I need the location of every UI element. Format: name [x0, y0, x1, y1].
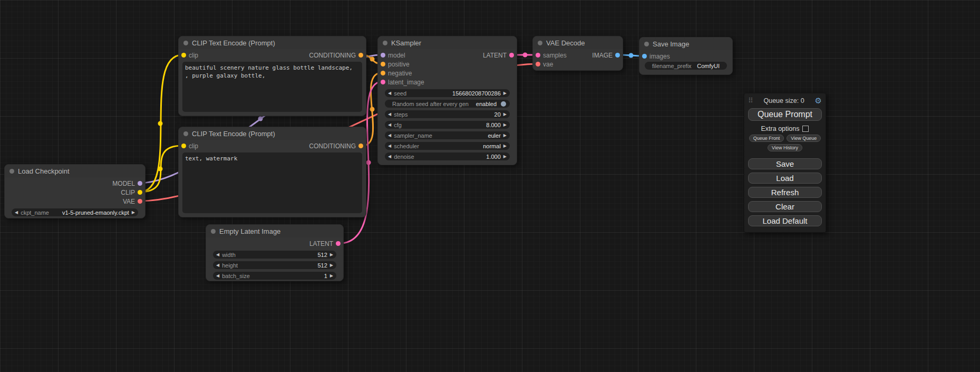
load-button[interactable]: Load [748, 173, 822, 184]
next-value-arrow-icon[interactable]: ▶ [503, 142, 507, 150]
widget-denoise[interactable]: ◀ denoise 1.000 ▶ [385, 152, 510, 160]
widget-label: batch_size [222, 273, 250, 279]
node-title-bar[interactable]: KSampler [378, 36, 517, 49]
widget-steps[interactable]: ◀ steps 20 ▶ [385, 110, 510, 118]
widget-value: normal [483, 143, 501, 149]
output-slot-image-dot[interactable] [615, 53, 620, 58]
node-title-bar[interactable]: CLIP Text Encode (Prompt) [179, 36, 366, 49]
widget-batch-size[interactable]: ◀ batch_size 1 ▶ [213, 272, 336, 280]
widget-filename-prefix[interactable]: filename_prefix ComfyUI [645, 62, 727, 70]
wire-midpoint-dot-latent [366, 160, 371, 165]
wire-midpoint-dot-model [258, 117, 263, 121]
output-label-model: MODEL [112, 180, 135, 187]
output-slot-conditioning-dot[interactable] [358, 53, 363, 58]
collapse-dot-icon[interactable] [383, 41, 387, 45]
wire-midpoint-dot-latent2 [523, 53, 528, 58]
widget-label: denoise [394, 154, 414, 160]
prev-value-arrow-icon[interactable]: ◀ [15, 208, 18, 216]
input-slot-clip-dot[interactable] [181, 53, 186, 58]
node-title: CLIP Text Encode (Prompt) [192, 39, 275, 47]
negative-prompt-textarea[interactable]: text, watermark [182, 152, 362, 213]
view-history-button[interactable]: View History [768, 144, 802, 151]
next-value-arrow-icon[interactable]: ▶ [330, 272, 333, 280]
next-value-arrow-icon[interactable]: ▶ [503, 110, 507, 118]
next-value-arrow-icon[interactable]: ▶ [503, 152, 507, 160]
node-empty-latent-image[interactable]: Empty Latent Image LATENT ◀ width 512 ▶ … [206, 224, 344, 281]
node-title-bar[interactable]: VAE Decode [533, 36, 623, 49]
node-title-bar[interactable]: Empty Latent Image [206, 225, 343, 237]
prev-value-arrow-icon[interactable]: ◀ [388, 89, 391, 97]
output-slot-vae-dot[interactable] [138, 199, 142, 204]
load-default-button[interactable]: Load Default [748, 215, 822, 226]
toggle-knob-icon[interactable] [501, 101, 506, 107]
widget-label: seed [394, 90, 406, 97]
input-slot-vae-dot[interactable] [536, 62, 540, 66]
prev-value-arrow-icon[interactable]: ◀ [388, 121, 391, 129]
output-slot-latent-dot[interactable] [509, 53, 514, 58]
output-slot-conditioning-dot[interactable] [358, 144, 363, 148]
prev-value-arrow-icon[interactable]: ◀ [216, 251, 219, 259]
positive-prompt-textarea[interactable]: beautiful scenery nature glass bottle la… [182, 62, 362, 112]
widget-ckpt-name[interactable]: ◀ ckpt_name v1-5-pruned-emaonly.ckpt ▶ [12, 208, 138, 216]
prev-value-arrow-icon[interactable]: ◀ [388, 142, 391, 150]
widget-sampler-name[interactable]: ◀ sampler_name euler ▶ [385, 131, 510, 139]
queue-panel[interactable]: ⠿ Queue size: 0 ⚙ Queue Prompt Extra opt… [744, 93, 826, 233]
prev-value-arrow-icon[interactable]: ◀ [388, 131, 391, 139]
node-clip-text-encode-positive[interactable]: CLIP Text Encode (Prompt) clip CONDITION… [178, 36, 366, 116]
input-slot-images-dot[interactable] [642, 54, 647, 59]
input-slot-model-dot[interactable] [381, 53, 385, 58]
node-load-checkpoint[interactable]: Load Checkpoint MODEL CLIP VAE [4, 164, 145, 218]
collapse-dot-icon[interactable] [9, 169, 14, 174]
node-vae-decode[interactable]: VAE Decode samples IMAGE vae [532, 36, 623, 71]
node-graph-canvas[interactable]: Load Checkpoint MODEL CLIP VAE [0, 0, 980, 372]
input-slot-positive-dot[interactable] [381, 62, 385, 66]
collapse-dot-icon[interactable] [183, 131, 188, 136]
node-save-image[interactable]: Save Image images filename_prefix ComfyU… [639, 37, 733, 75]
input-label-images: images [649, 53, 670, 60]
drag-handle-icon[interactable]: ⠿ [748, 97, 753, 104]
prev-value-arrow-icon[interactable]: ◀ [388, 152, 391, 160]
node-title-bar[interactable]: Save Image [639, 37, 732, 50]
node-clip-text-encode-negative[interactable]: CLIP Text Encode (Prompt) clip CONDITION… [178, 127, 366, 217]
widget-height[interactable]: ◀ height 512 ▶ [213, 261, 336, 269]
collapse-dot-icon[interactable] [211, 229, 216, 234]
prev-value-arrow-icon[interactable]: ◀ [216, 261, 219, 269]
prev-value-arrow-icon[interactable]: ◀ [216, 272, 219, 280]
refresh-button[interactable]: Refresh [748, 187, 822, 198]
save-button[interactable]: Save [748, 158, 822, 169]
next-value-arrow-icon[interactable]: ▶ [503, 131, 507, 139]
collapse-dot-icon[interactable] [538, 41, 542, 45]
output-slot-clip-dot[interactable] [138, 190, 142, 195]
collapse-dot-icon[interactable] [183, 41, 188, 45]
widget-cfg[interactable]: ◀ cfg 8.000 ▶ [385, 121, 510, 129]
clear-button[interactable]: Clear [748, 201, 822, 212]
extra-options-checkbox[interactable] [802, 126, 809, 132]
widget-seed[interactable]: ◀ seed 156680208700286 ▶ [385, 89, 510, 97]
node-title-bar[interactable]: CLIP Text Encode (Prompt) [179, 127, 366, 140]
node-title-bar[interactable]: Load Checkpoint [5, 165, 145, 177]
widget-random-seed-toggle[interactable]: Random seed after every gen enabled [385, 100, 510, 108]
widget-scheduler[interactable]: ◀ scheduler normal ▶ [385, 142, 510, 150]
view-queue-button[interactable]: View Queue [787, 135, 821, 142]
input-slot-negative-dot[interactable] [381, 71, 385, 75]
output-label-conditioning: CONDITIONING [309, 142, 356, 150]
input-slot-latent-image-dot[interactable] [381, 80, 385, 84]
queue-front-button[interactable]: Queue Front [749, 135, 784, 142]
prev-value-arrow-icon[interactable]: ◀ [388, 110, 391, 118]
next-value-arrow-icon[interactable]: ▶ [503, 121, 507, 129]
collapse-dot-icon[interactable] [644, 42, 649, 46]
next-value-arrow-icon[interactable]: ▶ [503, 89, 507, 97]
node-ksampler[interactable]: KSampler model LATENT positive [377, 36, 517, 165]
widget-label: height [222, 262, 238, 269]
input-slot-clip-dot[interactable] [181, 144, 186, 148]
settings-gear-icon[interactable]: ⚙ [815, 97, 822, 104]
output-slot-latent-dot[interactable] [336, 241, 341, 246]
input-label-vae: vae [543, 61, 553, 68]
next-value-arrow-icon[interactable]: ▶ [132, 208, 135, 216]
input-slot-samples-dot[interactable] [536, 53, 540, 58]
queue-prompt-button[interactable]: Queue Prompt [748, 108, 822, 121]
next-value-arrow-icon[interactable]: ▶ [330, 251, 333, 259]
next-value-arrow-icon[interactable]: ▶ [330, 261, 333, 269]
widget-width[interactable]: ◀ width 512 ▶ [213, 251, 336, 259]
output-slot-model-dot[interactable] [138, 181, 142, 186]
